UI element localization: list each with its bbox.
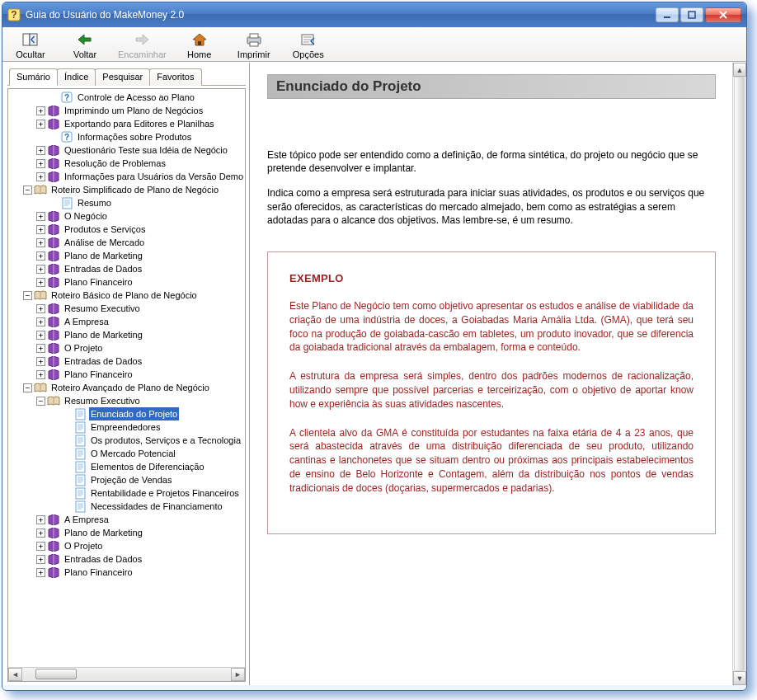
expand-icon[interactable]: [36, 278, 45, 287]
tree-item[interactable]: A Empresa: [10, 315, 246, 328]
horizontal-scrollbar[interactable]: ◄ ►: [8, 667, 245, 681]
expand-icon[interactable]: [36, 542, 45, 551]
tree-item[interactable]: O Mercado Potencial: [10, 447, 246, 460]
expand-icon[interactable]: [36, 172, 45, 181]
toolbar-imprimir[interactable]: Imprimir: [233, 31, 275, 59]
minimize-button[interactable]: [656, 7, 679, 22]
tree-item[interactable]: Resumo Executivo: [10, 394, 246, 407]
expand-icon[interactable]: [36, 225, 45, 234]
tree-view[interactable]: ?Controle de Acesso ao PlanoImprimindo u…: [7, 88, 246, 682]
expand-icon[interactable]: [36, 146, 45, 155]
tree-item[interactable]: Os produtos, Serviços e a Tecnologia: [10, 434, 246, 447]
expand-icon[interactable]: [36, 106, 45, 115]
collapse-icon[interactable]: [36, 397, 45, 406]
expand-icon[interactable]: [36, 357, 45, 366]
tree-item[interactable]: ?Informações sobre Produtos: [10, 130, 246, 143]
closed-book-icon: [47, 117, 60, 130]
tab-indice[interactable]: Índice: [57, 68, 96, 86]
tree-item[interactable]: Empreendedores: [10, 420, 246, 434]
tab-favoritos[interactable]: Favoritos: [149, 68, 201, 86]
collapse-icon[interactable]: [23, 291, 32, 300]
expand-icon[interactable]: [36, 555, 45, 564]
svg-rect-2: [664, 16, 670, 18]
tree-item[interactable]: Questionário Teste sua Idéia de Negócio: [10, 143, 246, 157]
toolbar-home[interactable]: Home: [178, 31, 221, 59]
tree-item[interactable]: Imprimindo um Plano de Negócios: [10, 104, 246, 117]
toolbar-label: Imprimir: [237, 49, 270, 59]
titlebar[interactable]: ? Guia do Usuário do MakeMoney 2.0: [2, 2, 746, 27]
tree-item[interactable]: Entradas de Dados: [10, 262, 246, 275]
expand-icon[interactable]: [36, 238, 45, 247]
expand-icon[interactable]: [36, 331, 45, 340]
close-button[interactable]: [705, 7, 741, 22]
tree-item[interactable]: Produtos e Serviços: [10, 223, 246, 236]
tree-item[interactable]: Plano Financeiro: [10, 275, 246, 289]
tree-item[interactable]: O Negócio: [10, 209, 246, 223]
topic-page-icon: [73, 460, 87, 473]
expand-spacer: [63, 449, 72, 458]
topic-page-icon: [73, 500, 87, 513]
tree-item-label: Resumo: [76, 196, 113, 209]
expand-icon[interactable]: [36, 568, 45, 577]
expand-icon[interactable]: [36, 529, 45, 538]
toolbar-opcoes[interactable]: Opções: [287, 31, 330, 59]
tree-item-label: O Projeto: [63, 341, 104, 355]
tab-sumario[interactable]: Sumário: [9, 68, 58, 86]
tree-item-label: O Projeto: [63, 539, 104, 552]
tree-item[interactable]: Plano Financeiro: [10, 566, 246, 579]
expand-icon[interactable]: [36, 251, 45, 261]
tree-item[interactable]: Informações para Usuários da Versão Demo: [10, 170, 246, 183]
collapse-icon[interactable]: [23, 383, 32, 392]
tree-item[interactable]: Plano de Marketing: [10, 526, 246, 539]
tree-item[interactable]: Resumo: [10, 196, 246, 209]
toolbar-ocultar[interactable]: Ocultar: [9, 31, 52, 59]
tree-item[interactable]: Plano de Marketing: [10, 249, 246, 262]
tree-item[interactable]: Roteiro Simplificado de Plano de Negócio: [10, 183, 246, 196]
expand-icon[interactable]: [36, 159, 45, 168]
tree-item[interactable]: A Empresa: [10, 513, 246, 526]
tree-item[interactable]: Análise de Mercado: [10, 236, 246, 249]
window-title: Guia do Usuário do MakeMoney 2.0: [26, 9, 656, 21]
tree-item[interactable]: Projeção de Vendas: [10, 473, 246, 486]
scroll-down-button[interactable]: ▼: [733, 671, 746, 685]
scroll-up-button[interactable]: ▲: [733, 63, 746, 77]
tree-item[interactable]: Roteiro Avançado de Plano de Negócio: [10, 381, 246, 394]
tree-item[interactable]: Resumo Executivo: [10, 302, 246, 315]
tree-item[interactable]: ?Controle de Acesso ao Plano: [10, 91, 246, 104]
tree-item[interactable]: Roteiro Básico de Plano de Negócio: [10, 289, 246, 302]
expand-icon[interactable]: [36, 515, 45, 524]
tree-item[interactable]: Plano de Marketing: [10, 328, 246, 341]
options-icon: [299, 31, 317, 49]
tree-item[interactable]: Rentabilidade e Projetos Financeiros: [10, 486, 246, 500]
tree-item[interactable]: Necessidades de Financiamento: [10, 500, 246, 513]
tree-item[interactable]: Enunciado do Projeto: [10, 407, 246, 420]
tab-pesquisar[interactable]: Pesquisar: [95, 68, 150, 86]
expand-icon[interactable]: [36, 317, 45, 327]
tree-item[interactable]: O Projeto: [10, 539, 246, 552]
tree-item[interactable]: Exportando para Editores e Planilhas: [10, 117, 246, 130]
toolbar-label: Home: [187, 49, 211, 59]
scroll-thumb[interactable]: [35, 669, 77, 679]
expand-icon[interactable]: [36, 304, 45, 313]
toolbar-voltar[interactable]: Voltar: [63, 31, 106, 59]
tree-item[interactable]: O Projeto: [10, 341, 246, 355]
toolbar: Ocultar Voltar Encaminhar Home: [2, 27, 746, 62]
expand-icon[interactable]: [36, 370, 45, 379]
toolbar-label: Encaminhar: [118, 49, 167, 59]
expand-icon[interactable]: [36, 120, 45, 129]
tree-item[interactable]: Plano Financeiro: [10, 368, 246, 381]
vertical-scrollbar[interactable]: ▲ ▼: [732, 63, 746, 685]
tree-item[interactable]: Resolução de Problemas: [10, 157, 246, 170]
scroll-right-button[interactable]: ►: [231, 668, 245, 681]
scroll-left-button[interactable]: ◄: [8, 668, 22, 681]
tree-item[interactable]: Entradas de Dados: [10, 355, 246, 368]
tree-item[interactable]: Elementos de Diferenciação: [10, 460, 246, 473]
nav-tabs: Sumário Índice Pesquisar Favoritos: [7, 68, 246, 86]
collapse-icon[interactable]: [23, 186, 32, 195]
scroll-thumb[interactable]: [734, 77, 745, 671]
tree-item[interactable]: Entradas de Dados: [10, 552, 246, 566]
expand-icon[interactable]: [36, 344, 45, 353]
expand-icon[interactable]: [36, 265, 45, 274]
maximize-button[interactable]: [680, 7, 703, 22]
expand-icon[interactable]: [36, 212, 45, 221]
